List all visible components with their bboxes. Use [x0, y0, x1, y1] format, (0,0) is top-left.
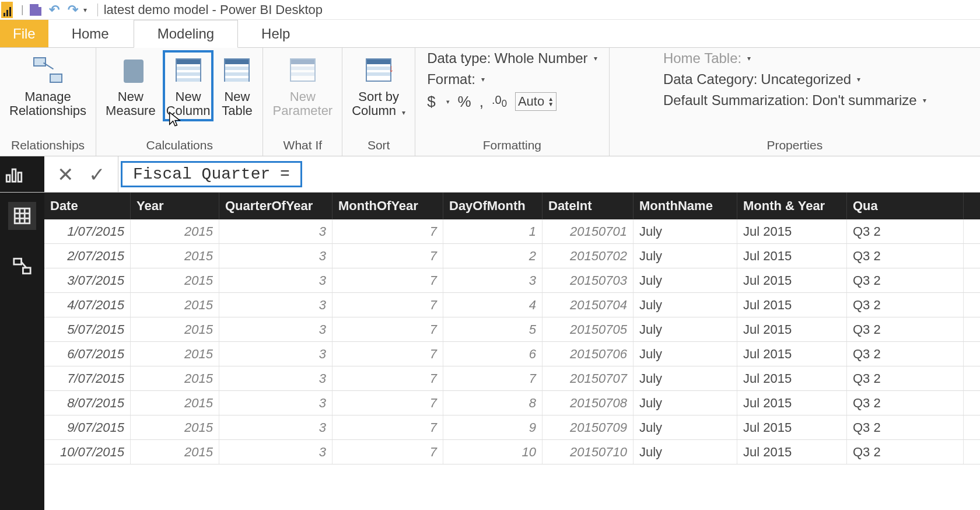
- chevron-down-icon[interactable]: ▾: [923, 96, 926, 104]
- cell[interactable]: 20150707: [542, 366, 634, 390]
- cell[interactable]: 2015: [131, 440, 219, 464]
- cell[interactable]: 7: [332, 268, 443, 292]
- cell[interactable]: 3: [219, 415, 332, 439]
- manage-relationships-button[interactable]: Manage Relationships: [5, 50, 91, 118]
- col-header[interactable]: MonthOfYear: [332, 193, 443, 219]
- cell[interactable]: 3: [219, 244, 332, 268]
- cell[interactable]: Jul 2015: [737, 415, 847, 439]
- cell[interactable]: 2/07/2015: [44, 244, 131, 268]
- spin-down-icon[interactable]: ▼: [548, 102, 554, 107]
- cell[interactable]: 20150709: [542, 415, 634, 439]
- chevron-down-icon[interactable]: ▾: [857, 75, 860, 83]
- cell[interactable]: 7: [332, 219, 443, 243]
- summarization-value[interactable]: Don't summarize: [812, 92, 916, 109]
- percent-button[interactable]: %: [458, 93, 471, 111]
- tab-modeling[interactable]: Modeling: [134, 20, 238, 48]
- cell[interactable]: 5: [443, 317, 542, 341]
- cell[interactable]: 7: [443, 366, 542, 390]
- cell[interactable]: 10/07/2015: [44, 440, 131, 464]
- cell[interactable]: 7: [332, 244, 443, 268]
- cell[interactable]: Q3 2: [847, 391, 964, 415]
- cell[interactable]: July: [634, 317, 737, 341]
- cell[interactable]: Jul 2015: [737, 342, 847, 366]
- sort-by-column-button[interactable]: ↓ Sort by Column ▾: [347, 50, 410, 118]
- table-row[interactable]: 8/07/2015201537820150708JulyJul 2015Q3 2: [44, 391, 980, 415]
- cell[interactable]: 20150703: [542, 268, 634, 292]
- cell[interactable]: 20150705: [542, 317, 634, 341]
- data-type-value[interactable]: Whole Number: [495, 50, 588, 67]
- cell[interactable]: 9: [443, 415, 542, 439]
- cell[interactable]: 7/07/2015: [44, 366, 131, 390]
- grid-body[interactable]: 1/07/2015201537120150701JulyJul 2015Q3 2…: [44, 219, 980, 510]
- cell[interactable]: July: [634, 342, 737, 366]
- cell[interactable]: 3: [219, 391, 332, 415]
- col-header[interactable]: QuarterOfYear: [219, 193, 332, 219]
- tab-help[interactable]: Help: [238, 20, 314, 47]
- formula-input[interactable]: Fiscal Quarter =: [121, 161, 302, 187]
- cell[interactable]: Q3 2: [847, 219, 964, 243]
- cell[interactable]: 3/07/2015: [44, 268, 131, 292]
- cell[interactable]: 2015: [131, 268, 219, 292]
- col-header[interactable]: Date: [44, 193, 131, 219]
- cell[interactable]: 20150710: [542, 440, 634, 464]
- undo-button[interactable]: ↶: [45, 2, 64, 18]
- cell[interactable]: Jul 2015: [737, 440, 847, 464]
- cell[interactable]: July: [634, 268, 737, 292]
- chevron-down-icon[interactable]: ▾: [446, 98, 450, 106]
- cell[interactable]: July: [634, 366, 737, 390]
- cell[interactable]: 2015: [131, 342, 219, 366]
- cell[interactable]: 20150704: [542, 293, 634, 317]
- data-grid[interactable]: Date Year QuarterOfYear MonthOfYear DayO…: [44, 193, 980, 510]
- chevron-down-icon[interactable]: ▾: [747, 54, 751, 62]
- cell[interactable]: 4/07/2015: [44, 293, 131, 317]
- save-button[interactable]: [26, 2, 45, 18]
- cell[interactable]: 8: [443, 391, 542, 415]
- cell[interactable]: 20150708: [542, 391, 634, 415]
- cell[interactable]: 4: [443, 293, 542, 317]
- table-row[interactable]: 6/07/2015201537620150706JulyJul 2015Q3 2: [44, 342, 980, 366]
- new-column-button[interactable]: New Column: [163, 50, 214, 121]
- cell[interactable]: 6: [443, 342, 542, 366]
- chevron-down-icon[interactable]: ▾: [481, 75, 485, 83]
- cell[interactable]: 7: [332, 415, 443, 439]
- cell[interactable]: 2015: [131, 391, 219, 415]
- model-view-button[interactable]: [8, 252, 36, 280]
- cell[interactable]: 7: [332, 342, 443, 366]
- cell[interactable]: Jul 2015: [737, 317, 847, 341]
- cell[interactable]: July: [634, 440, 737, 464]
- cell[interactable]: July: [634, 293, 737, 317]
- cell[interactable]: 3: [219, 366, 332, 390]
- cell[interactable]: 3: [443, 268, 542, 292]
- decimals-icon[interactable]: .00: [492, 93, 507, 110]
- cell[interactable]: 3: [219, 293, 332, 317]
- cell[interactable]: July: [634, 391, 737, 415]
- table-row[interactable]: 4/07/2015201537420150704JulyJul 2015Q3 2: [44, 293, 980, 317]
- thousands-button[interactable]: ,: [480, 93, 484, 111]
- cell[interactable]: 8/07/2015: [44, 391, 131, 415]
- table-row[interactable]: 5/07/2015201537520150705JulyJul 2015Q3 2: [44, 317, 980, 342]
- cell[interactable]: 7: [332, 317, 443, 341]
- cell[interactable]: 2015: [131, 293, 219, 317]
- data-category-value[interactable]: Uncategorized: [761, 71, 851, 88]
- cell[interactable]: 5/07/2015: [44, 317, 131, 341]
- col-header[interactable]: MonthName: [634, 193, 737, 219]
- cell[interactable]: 10: [443, 440, 542, 464]
- redo-button[interactable]: ↷: [64, 2, 82, 18]
- cell[interactable]: Q3 2: [847, 317, 964, 341]
- table-row[interactable]: 3/07/2015201537320150703JulyJul 2015Q3 2: [44, 268, 980, 293]
- table-row[interactable]: 7/07/2015201537720150707JulyJul 2015Q3 2: [44, 366, 980, 391]
- chevron-down-icon[interactable]: ▾: [594, 54, 597, 62]
- cell[interactable]: 2015: [131, 415, 219, 439]
- new-table-button[interactable]: New Table: [216, 50, 258, 118]
- cell[interactable]: Jul 2015: [737, 366, 847, 390]
- cell[interactable]: 7: [332, 293, 443, 317]
- cell[interactable]: Q3 2: [847, 244, 964, 268]
- tab-home[interactable]: Home: [48, 20, 134, 47]
- qa-customize-dropdown[interactable]: ▾: [83, 6, 87, 14]
- cell[interactable]: Q3 2: [847, 366, 964, 390]
- cell[interactable]: 2015: [131, 366, 219, 390]
- cell[interactable]: July: [634, 415, 737, 439]
- cell[interactable]: Q3 2: [847, 268, 964, 292]
- currency-button[interactable]: $: [427, 93, 435, 111]
- cell[interactable]: 1/07/2015: [44, 219, 131, 243]
